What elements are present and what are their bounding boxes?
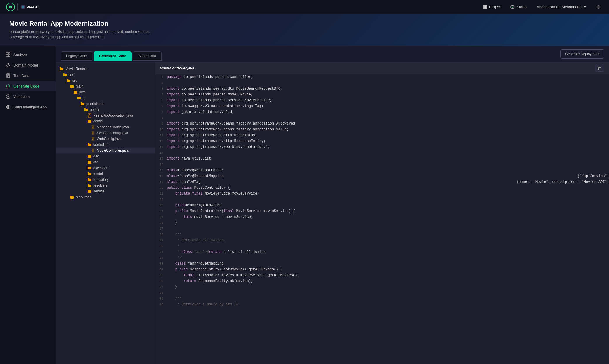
sidebar-item-generate-code[interactable]: Generate Code (0, 81, 56, 91)
generate-deployment-button[interactable]: Generate Deployment (560, 49, 604, 59)
tree-item-mongodb-config[interactable]: J MongodbConfig.java (56, 124, 155, 130)
java-file-icon: J (88, 113, 92, 118)
tree-item-main[interactable]: main (56, 83, 155, 89)
code-line: 17class="ann">@RestController (155, 168, 609, 174)
tab-generated-code[interactable]: Generated Code (94, 51, 132, 61)
tree-item-swagger-config[interactable]: J SwaggerConfig.java (56, 130, 155, 136)
tree-item-web-config[interactable]: J WebConfig.java (56, 136, 155, 142)
sidebar-item-validation[interactable]: Validation (0, 91, 56, 102)
sidebar-item-label: Validation (13, 94, 30, 99)
project-nav-item[interactable]: Project (480, 4, 503, 10)
sidebar-item-analyze[interactable]: Analyze (0, 49, 56, 60)
tree-item-peerai[interactable]: peerai (56, 107, 155, 113)
tree-item-peerislands[interactable]: peerislands (56, 101, 155, 107)
user-name: Anandaraman Sivanandan (537, 5, 582, 9)
sidebar-item-label: Build Intelligent App (13, 105, 47, 109)
tree-item-movie-rentals[interactable]: Movie Rentals (56, 66, 155, 72)
code-line: 8 (155, 115, 609, 121)
sidebar-item-domain-model[interactable]: Domain Model (0, 60, 56, 70)
tree-item-model[interactable]: model (56, 171, 155, 177)
svg-rect-15 (8, 55, 10, 57)
tree-item-resolvers[interactable]: resolvers (56, 183, 155, 188)
tree-item-api[interactable]: api (56, 72, 155, 78)
brand-divider (18, 4, 18, 10)
tree-item-dto[interactable]: dto (56, 159, 155, 165)
sidebar: Analyze Domain Model Test Data (0, 46, 56, 364)
tree-item-resources[interactable]: resources (56, 194, 155, 200)
svg-text:PI: PI (9, 6, 12, 9)
folder-icon (77, 96, 81, 100)
svg-rect-14 (6, 55, 8, 57)
copy-button[interactable] (595, 65, 604, 72)
sidebar-item-build-intelligent-app[interactable]: Build Intelligent App (0, 102, 56, 112)
code-line: 25 this.movieService = movieService; (155, 214, 609, 220)
tree-item-io[interactable]: io (56, 95, 155, 101)
tree-item-config-folder[interactable]: config (56, 118, 155, 124)
folder-icon (88, 172, 92, 176)
status-icon (510, 5, 515, 9)
svg-point-11 (598, 6, 599, 8)
svg-point-17 (6, 66, 7, 67)
folder-icon (70, 84, 74, 88)
status-label: Status (517, 5, 527, 9)
code-line: 2 (155, 80, 609, 86)
folder-icon (88, 154, 92, 158)
code-line: 39 /** (155, 296, 609, 302)
user-menu[interactable]: Anandaraman Sivanandan (534, 4, 589, 10)
svg-text:J: J (92, 138, 93, 140)
tab-legacy-code[interactable]: Legacy Code (61, 51, 92, 61)
code-line: 32 */ (155, 255, 609, 261)
svg-rect-6 (483, 5, 485, 7)
code-line: 11import org.springframework.http.HttpSt… (155, 133, 609, 139)
svg-text:Peer AI: Peer AI (27, 5, 38, 9)
folder-icon (88, 178, 92, 182)
sidebar-item-test-data[interactable]: Test Data (0, 70, 56, 81)
code-line: 34 public ResponseEntity<List<Movie>> ge… (155, 267, 609, 273)
status-nav-item[interactable]: Status (508, 4, 530, 10)
code-line: 22 (155, 197, 609, 203)
hero-description-1: Let our platform analyze your existing a… (9, 29, 600, 34)
hero-description-2: Leverage AI to revitalize your app and u… (9, 34, 600, 40)
folder-icon (88, 189, 92, 193)
code-line: 26 } (155, 220, 609, 226)
tree-item-peerai-api-application[interactable]: J PeeraiApiApplication.java (56, 113, 155, 118)
code-line: 37 } (155, 284, 609, 290)
file-tree: Movie Rentals api src (56, 62, 155, 364)
code-content[interactable]: 1package io.peerislands.peerai.controlle… (155, 74, 609, 364)
code-line: 13import org.springframework.web.bind.an… (155, 144, 609, 150)
sidebar-item-label: Generate Code (13, 84, 39, 88)
tree-item-repository[interactable]: repository (56, 177, 155, 183)
tree-item-exception[interactable]: exception (56, 165, 155, 171)
page-title: Movie Rental App Modernization (9, 20, 600, 27)
java-file-icon: J (91, 148, 95, 153)
folder-icon (66, 78, 71, 83)
tree-item-service[interactable]: service (56, 188, 155, 194)
svg-text:J: J (88, 115, 89, 117)
tree-item-dao[interactable]: dao (56, 153, 155, 159)
code-line: 21 private final MovieService movieServi… (155, 191, 609, 197)
folder-icon (60, 67, 64, 71)
tree-item-java[interactable]: java (56, 89, 155, 95)
folder-icon (88, 160, 92, 164)
tree-item-src[interactable]: src (56, 78, 155, 83)
settings-nav-item[interactable] (594, 4, 603, 10)
sidebar-item-label: Domain Model (13, 63, 38, 67)
tree-item-movie-controller[interactable]: J MovieController.java (56, 148, 155, 153)
svg-text:J: J (92, 127, 93, 128)
code-panel: MovieController.java 1package io.peerisl… (155, 62, 609, 364)
check-circle-icon (6, 94, 10, 99)
code-line: 3import io.peerislands.peerai.dto.MovieS… (155, 86, 609, 92)
tab-score-card[interactable]: Score Card (133, 51, 162, 61)
brain-icon (6, 105, 10, 109)
code-line: 19class="ann">@Tag(name = "Movie", descr… (155, 179, 609, 185)
code-line: 36 return ResponseEntity.ok(movies); (155, 279, 609, 284)
code-line: 1package io.peerislands.peerai.controlle… (155, 74, 609, 80)
folder-icon (80, 102, 85, 106)
file-text-icon (6, 73, 10, 78)
svg-point-16 (8, 63, 9, 64)
folder-icon (88, 166, 92, 170)
brand: PI Peer AI (6, 2, 43, 12)
folder-icon (88, 183, 92, 188)
main-layout: Analyze Domain Model Test Data (0, 46, 609, 364)
tree-item-controller-folder[interactable]: controller (56, 142, 155, 148)
